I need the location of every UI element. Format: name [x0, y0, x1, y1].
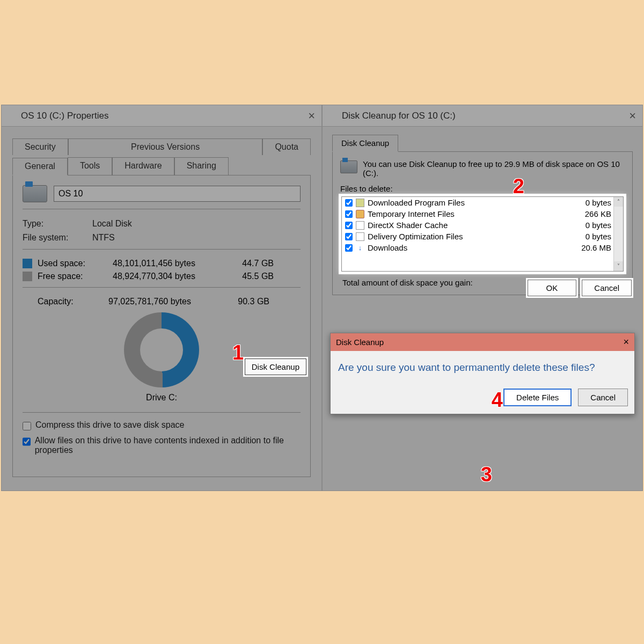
scrollbar[interactable]: ˄ ˅ [613, 197, 623, 271]
delete-files-button[interactable]: Delete Files [503, 389, 572, 406]
close-icon[interactable]: × [308, 109, 315, 123]
cleanup-window: Disk Cleanup for OS 10 (C:) × Disk Clean… [322, 105, 643, 491]
total-label: Total amount of disk space you gain: [342, 278, 473, 287]
compress-checkbox[interactable] [23, 422, 31, 430]
drive-letter-label: Drive C: [146, 393, 177, 402]
file-row[interactable]: Downloaded Program Files0 bytes [342, 197, 623, 208]
folder-icon [356, 199, 364, 207]
file-checkbox[interactable] [345, 222, 353, 229]
fs-value: NTFS [92, 233, 115, 243]
free-gb: 45.5 GB [231, 272, 274, 281]
tab-general[interactable]: General [12, 158, 68, 175]
scroll-up-icon[interactable]: ˄ [614, 197, 623, 207]
free-label: Free space: [38, 272, 113, 281]
disk-cleanup-button[interactable]: Disk Cleanup [245, 358, 306, 375]
drive-icon [6, 111, 17, 121]
capacity-gb: 90.3 GB [226, 297, 269, 306]
cancel-button[interactable]: Cancel [578, 389, 628, 406]
free-bytes: 48,924,770,304 bytes [113, 272, 231, 281]
free-swatch [23, 272, 32, 281]
used-gb: 44.7 GB [231, 259, 274, 268]
capacity-donut [124, 312, 199, 387]
cleanup-icon [327, 111, 338, 121]
file-row[interactable]: DirectX Shader Cache0 bytes [342, 219, 623, 231]
file-checkbox[interactable] [345, 244, 353, 252]
tab-quota[interactable]: Quota [262, 138, 311, 155]
file-row[interactable]: Temporary Internet Files266 KB [342, 208, 623, 219]
confirm-message: Are you sure you want to permanently del… [331, 351, 634, 389]
file-row[interactable]: Delivery Optimization Files0 bytes [342, 231, 623, 242]
compress-label: Compress this drive to save disk space [35, 420, 184, 430]
file-name: DirectX Shader Cache [368, 221, 574, 230]
confirm-title: Disk Cleanup [336, 338, 384, 347]
type-label: Type: [23, 219, 92, 229]
capacity-bytes: 97,025,781,760 bytes [108, 297, 226, 306]
callout-4: 4 [492, 389, 503, 412]
drive-name-input[interactable] [54, 186, 301, 202]
capacity-label: Capacity: [38, 297, 108, 306]
files-to-delete-label: Files to delete: [340, 184, 625, 193]
close-icon[interactable]: × [623, 336, 629, 348]
properties-window: OS 10 (C:) Properties × Security Previou… [1, 105, 322, 491]
file-name: Downloaded Program Files [368, 198, 574, 207]
callout-2: 2 [513, 175, 524, 198]
drive-icon [340, 160, 357, 173]
used-swatch [23, 259, 32, 268]
index-checkbox[interactable] [23, 437, 31, 446]
fs-label: File system: [23, 233, 92, 243]
properties-title: OS 10 (C:) Properties [21, 111, 108, 121]
file-name: Delivery Optimization Files [368, 232, 574, 241]
cleanup-titlebar: Disk Cleanup for OS 10 (C:) × [323, 105, 642, 127]
compress-checkbox-row[interactable]: Compress this drive to save disk space [23, 420, 301, 430]
file-list: Downloaded Program Files0 bytesTemporary… [340, 195, 625, 273]
used-bytes: 48,101,011,456 bytes [113, 259, 231, 268]
cleanup-info: You can use Disk Cleanup to free up to 2… [363, 159, 625, 178]
file-size: 0 bytes [574, 232, 611, 241]
cleanup-title: Disk Cleanup for OS 10 (C:) [342, 111, 456, 121]
file-checkbox[interactable] [345, 210, 353, 218]
lock-icon [356, 210, 364, 218]
file-icon [356, 232, 364, 241]
down-icon: ↓ [356, 244, 364, 252]
tab-security[interactable]: Security [12, 138, 68, 155]
properties-titlebar: OS 10 (C:) Properties × [2, 105, 321, 127]
tab-disk-cleanup[interactable]: Disk Cleanup [332, 135, 398, 152]
scroll-down-icon[interactable]: ˅ [614, 261, 623, 271]
file-icon [356, 221, 364, 230]
callout-3: 3 [481, 463, 492, 486]
drive-icon [23, 185, 47, 202]
index-checkbox-row[interactable]: Allow files on this drive to have conten… [23, 436, 301, 455]
file-checkbox[interactable] [345, 199, 353, 207]
file-checkbox[interactable] [345, 233, 353, 240]
tab-hardware[interactable]: Hardware [112, 157, 174, 175]
file-name: Downloads [368, 243, 574, 252]
type-value: Local Disk [92, 219, 132, 229]
index-label: Allow files on this drive to have conten… [35, 436, 301, 455]
callout-1: 1 [232, 341, 244, 364]
cancel-button[interactable]: Cancel [582, 280, 632, 296]
file-size: 20.6 MB [574, 243, 611, 252]
file-row[interactable]: ↓Downloads20.6 MB [342, 242, 623, 253]
tab-sharing[interactable]: Sharing [174, 157, 229, 175]
close-icon[interactable]: × [629, 109, 636, 123]
tab-tools[interactable]: Tools [68, 157, 112, 175]
file-name: Temporary Internet Files [368, 209, 574, 218]
file-size: 0 bytes [574, 198, 611, 207]
file-size: 266 KB [574, 209, 611, 218]
confirm-dialog: Disk Cleanup × Are you sure you want to … [330, 333, 635, 414]
used-label: Used space: [38, 259, 113, 268]
file-size: 0 bytes [574, 221, 611, 230]
tab-previous-versions[interactable]: Previous Versions [68, 138, 263, 155]
ok-button[interactable]: OK [528, 280, 577, 296]
